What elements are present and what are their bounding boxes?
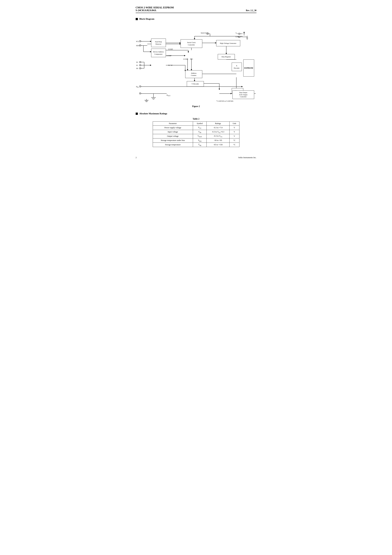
rating-1: -0.3 to +7.0: [207, 126, 230, 130]
block-diagram: Start/StopDetector Serial ClockControlle…: [136, 23, 256, 104]
a0-label: A0: [136, 67, 138, 69]
rating-5: -65 to +150: [207, 143, 230, 147]
table-row: Storage temperature under bias Tbias -50…: [153, 138, 239, 143]
abs-ratings-label: Absolute Maximum Ratings: [139, 112, 167, 115]
svg-rect-3: [139, 45, 141, 46]
block-diagram-label: Block Diagram: [139, 18, 154, 20]
load-label: LOAD: [168, 48, 173, 50]
rating-3: -0.3 to VCC: [207, 134, 230, 139]
title-line1: CMOS 2-WIRE SERIAL EEPROM: [136, 6, 174, 9]
svg-rect-1: [139, 41, 141, 42]
sym-5: Tstg: [193, 143, 207, 147]
ratings-table: Parameter Symbol Ratings Unit Power supp…: [153, 121, 240, 147]
bullet-icon-2: [136, 113, 138, 115]
block-diagram-heading: Block Diagram: [136, 18, 256, 20]
sda-label: SDA: [136, 45, 139, 46]
unit-3: V: [230, 134, 239, 139]
address-counter-box: AddressCounter: [185, 70, 202, 78]
unit-4: °C: [230, 138, 239, 143]
vcc-label: VCC: [236, 32, 239, 34]
a1-label: A1: [136, 64, 138, 66]
param-5: Storage temperature: [153, 143, 193, 147]
din-label: DIN: [136, 86, 139, 88]
comp-label: COMP: [167, 55, 171, 57]
page-footer: 2 Seiko Instruments Inc.: [136, 156, 256, 159]
table-row: Storage temperature Tstg -65 to +150 °C: [153, 143, 239, 147]
dout-label: DOUT: [167, 94, 171, 96]
col-symbol: Symbol: [193, 122, 207, 126]
data-register-box: Data Register: [218, 54, 235, 59]
x-decoder-box: XDecoder: [232, 63, 242, 71]
svg-rect-17: [139, 65, 141, 66]
svg-rect-15: [139, 61, 141, 63]
rw-label: R / W: [168, 64, 173, 66]
unit-2: V: [230, 130, 239, 134]
svg-rect-47: [239, 33, 240, 34]
col-unit: Unit: [230, 122, 239, 126]
unit-1: V: [230, 126, 239, 130]
sym-1: VCC: [193, 126, 207, 130]
eeprom-box: EEPROM: [243, 59, 254, 77]
inc-label: INC: [190, 58, 193, 60]
table-row: Power supply voltage VCC -0.3 to +7.0 V: [153, 126, 239, 130]
table-row: Input voltage VIN -0.3 to VCC+0.3 V: [153, 130, 239, 134]
y-decoder-box: Y Decoder: [187, 81, 204, 87]
abs-ratings-heading: Absolute Maximum Ratings: [136, 112, 256, 115]
svg-rect-37: [139, 93, 141, 94]
col-parameter: Parameter: [153, 122, 193, 126]
rating-4: -50 to +95: [207, 138, 230, 143]
param-2: Input voltage: [153, 130, 193, 134]
sym-2: VIN: [193, 130, 207, 134]
scl-label: SCL: [136, 40, 139, 42]
title-line2: S-24C01A/02A/04A: [136, 9, 174, 12]
svg-marker-49: [243, 32, 245, 33]
param-3: Output voltage: [153, 134, 193, 139]
col-ratings: Ratings: [207, 122, 230, 126]
param-1: Power supply voltage: [153, 126, 193, 130]
param-4: Storage temperature under bias: [153, 138, 193, 143]
test-wp-label: TEST/WP*: [201, 32, 209, 34]
page-header: CMOS 2-WIRE SERIAL EEPROM S-24C01A/02A/0…: [136, 6, 256, 13]
page-number: 2: [136, 156, 137, 159]
company-name: Seiko Instruments Inc.: [238, 156, 256, 159]
data-output-box: Data OutputACK OutputController: [232, 90, 254, 99]
bullet-icon: [136, 18, 138, 20]
start-stop-box: Start/StopDetector: [151, 39, 166, 47]
svg-rect-35: [139, 86, 141, 87]
svg-rect-19: [139, 68, 141, 69]
footnote-label: * S-24C02A or S-24C04A: [216, 100, 233, 102]
serial-clock-box: Serial ClockController: [181, 39, 202, 48]
a2-label: A2: [136, 61, 138, 63]
revision: Rev. 2.2_30: [246, 9, 256, 12]
sym-3: VOUT: [193, 134, 207, 139]
load2-label: LOAD: [183, 58, 188, 60]
high-voltage-box: High-Voltage Generator: [216, 40, 240, 46]
figure-caption: Figure 2: [136, 105, 256, 108]
sym-4: Tbias: [193, 138, 207, 143]
rating-2: -0.3 to VCC+0.3: [207, 130, 230, 134]
ground-symbol: [144, 99, 149, 103]
table-row: Output voltage VOUT -0.3 to VCC V: [153, 134, 239, 139]
device-address-box: Device AddressComparator: [151, 49, 166, 57]
gnd-label: GND: [236, 36, 239, 38]
table-caption: Table 2: [136, 118, 256, 120]
unit-5: °C: [230, 143, 239, 147]
